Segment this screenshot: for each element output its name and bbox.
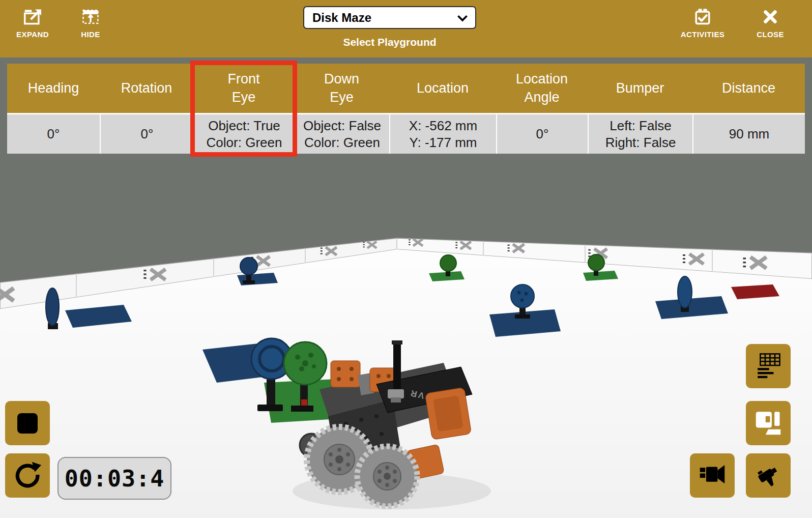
video-button[interactable] [690, 453, 735, 498]
activities-icon [693, 8, 712, 25]
toolbar: EXPAND HIDE Disk Maze Select Playgroun [0, 0, 812, 57]
timer-display: 00:03:4 [57, 457, 171, 500]
column-header-heading: Heading [7, 64, 100, 113]
reset-button[interactable] [5, 453, 50, 498]
expand-label: EXPAND [16, 30, 49, 39]
sensor-column-distance: Distance 90 mm [692, 64, 805, 154]
camera-icon [755, 462, 781, 490]
location-angle-value: 0° [496, 113, 588, 154]
distance-value: 90 mm [692, 113, 805, 154]
hide-icon [81, 8, 100, 25]
close-icon [762, 8, 779, 25]
vexcode-vr-playground-window: EXPAND HIDE Disk Maze Select Playgroun [0, 0, 812, 518]
reset-icon [14, 461, 41, 491]
hide-button[interactable]: HIDE [74, 8, 107, 39]
playground-select-caption: Select Playground [303, 36, 476, 48]
hide-label: HIDE [81, 30, 100, 39]
sensor-column-rotation: Rotation 0° [100, 64, 193, 154]
column-header-front-eye: Front Eye [193, 64, 294, 113]
column-header-down-eye: Down Eye [294, 64, 389, 113]
sensor-column-heading: Heading 0° [7, 64, 100, 154]
column-header-location: Location [389, 64, 496, 113]
chevron-down-icon [457, 11, 468, 25]
activities-label: ACTIVITIES [681, 30, 725, 39]
playground-select-value: Disk Maze [312, 11, 371, 25]
column-header-rotation: Rotation [100, 64, 193, 113]
column-header-distance: Distance [692, 64, 805, 113]
heading-value: 0° [7, 113, 100, 154]
stop-icon [17, 413, 38, 434]
sensor-column-bumper: Bumper Left: False Right: False [588, 64, 692, 154]
activities-button[interactable]: ACTIVITIES [676, 8, 730, 39]
sensor-dashboard: Heading 0° Rotation 0° [7, 64, 805, 154]
front-eye-value: Object: True Color: Green [193, 113, 294, 154]
down-eye-value: Object: False Color: Green [294, 113, 389, 154]
playground-select[interactable]: Disk Maze [303, 6, 476, 29]
robot-wheel [357, 446, 417, 506]
camera-button[interactable] [746, 453, 791, 498]
sensor-view-button[interactable] [746, 401, 791, 445]
column-header-location-angle: Location Angle [496, 64, 588, 113]
sensor-column-location-angle: Location Angle 0° [496, 64, 588, 154]
stop-button[interactable] [5, 401, 50, 445]
expand-icon [23, 8, 42, 25]
data-table-icon [755, 352, 781, 381]
rotation-value: 0° [100, 113, 193, 154]
location-value: X: -562 mm Y: -177 mm [389, 113, 496, 154]
column-header-bumper: Bumper [588, 64, 692, 113]
dashboard-button[interactable] [746, 344, 791, 388]
sensor-column-down-eye: Down Eye Object: False Color: Green [294, 64, 389, 154]
video-camera-icon [699, 462, 726, 490]
close-button[interactable]: CLOSE [751, 8, 790, 39]
expand-button[interactable]: EXPAND [12, 8, 53, 39]
close-label: CLOSE [757, 30, 784, 39]
sensor-column-location: Location X: -562 mm Y: -177 mm [389, 64, 496, 154]
bumper-value: Left: False Right: False [588, 113, 692, 154]
sensor-view-icon [755, 409, 781, 438]
stage: VEX VR [0, 57, 812, 518]
sensor-column-front-eye: Front Eye Object: True Color: Green [193, 64, 294, 154]
